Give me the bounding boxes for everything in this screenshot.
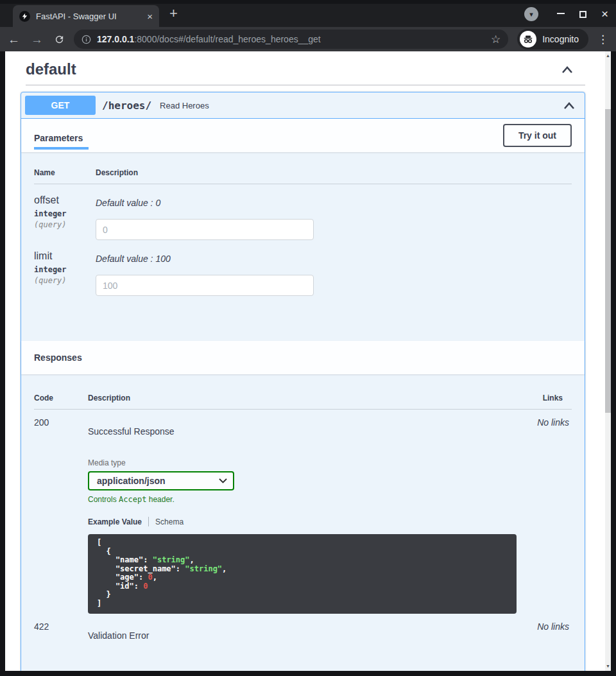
tab-separator (148, 517, 149, 526)
url-host: 127.0.0.1 (97, 34, 134, 44)
scrollbar-up-icon[interactable]: ▲ (605, 53, 611, 59)
col-code: Code (34, 394, 88, 403)
response-links: No links (517, 620, 572, 641)
accept-header-note: Controls Accept header. (88, 495, 517, 504)
bookmark-star-icon[interactable]: ☆ (491, 33, 501, 46)
parameter-row-offset: offset integer (query) Default value : 0 (34, 195, 572, 240)
example-code[interactable]: [ { "name": "string", "secret_name": "st… (88, 534, 517, 614)
tab-search-icon[interactable]: ▾ (524, 7, 538, 21)
parameter-name-cell: offset integer (query) (34, 195, 96, 240)
tab-example-value[interactable]: Example Value (88, 517, 142, 526)
response-code: 422 (34, 620, 88, 641)
media-type-label: Media type (88, 458, 517, 467)
section-divider (26, 85, 585, 85)
media-type-select[interactable]: application/json (88, 471, 234, 490)
note-code: Accept (119, 495, 146, 504)
scrollbar-down-icon[interactable]: ▼ (605, 663, 611, 670)
parameter-in: (query) (34, 220, 96, 229)
maximize-icon[interactable] (579, 11, 586, 18)
parameter-default: Default value : 100 (96, 254, 572, 264)
tab-strip: FastAPI - Swagger UI × + ▾ × (0, 0, 616, 27)
col-name: Name (34, 168, 96, 177)
note-suffix: header. (146, 495, 174, 504)
url-text[interactable]: 127.0.0.1:8000/docs#/default/read_heroes… (97, 34, 321, 44)
tab-schema[interactable]: Schema (155, 517, 184, 526)
parameters-body: Name Description offset integer (query) … (21, 152, 585, 341)
browser-window: FastAPI - Swagger UI × + ▾ × ← → 127.0.0… (0, 0, 616, 676)
minimize-icon[interactable] (557, 13, 565, 14)
opblock-get-heroes: GET /heroes/ Read Heroes Parameters Try … (21, 92, 585, 671)
offset-input[interactable] (96, 219, 314, 240)
responses-title: Responses (34, 352, 82, 363)
page-scrollbar[interactable]: ▲ ▼ (605, 51, 611, 671)
window-controls: ▾ × (524, 7, 608, 21)
response-row-422: 422 Validation Error No links (34, 620, 572, 641)
response-description: Validation Error (88, 630, 517, 641)
collapse-operation-icon[interactable] (563, 101, 576, 110)
page-title: default (26, 60, 76, 78)
browser-tab[interactable]: FastAPI - Swagger UI × (13, 5, 159, 27)
col-description: Description (96, 168, 572, 177)
parameter-type: integer (34, 265, 96, 274)
incognito-label: Incognito (542, 34, 579, 44)
tab-close-icon[interactable]: × (147, 11, 153, 22)
fastapi-favicon-icon (19, 11, 30, 22)
endpoint-summary: Read Heroes (160, 101, 209, 110)
limit-input[interactable] (96, 275, 314, 296)
response-code: 200 (34, 416, 88, 614)
parameter-description-cell: Default value : 100 (96, 250, 572, 296)
reload-icon[interactable] (54, 34, 65, 45)
forward-icon[interactable]: → (31, 33, 43, 46)
window-frame-top (0, 0, 616, 4)
media-type-select-wrap: application/json (88, 471, 234, 490)
tab-title: FastAPI - Swagger UI (36, 12, 143, 21)
responses-header: Responses (21, 341, 585, 374)
example-tabs: Example Value Schema (88, 517, 517, 526)
parameter-name: limit (34, 250, 96, 262)
new-tab-icon[interactable]: + (169, 6, 178, 21)
parameter-name-cell: limit integer (query) (34, 250, 96, 296)
parameters-table-header: Name Description (34, 168, 572, 184)
tag-section-header: default (26, 60, 574, 78)
endpoint-path: /heroes/ (102, 100, 151, 112)
url-path: :8000/docs#/default/read_heroes_heroes__… (134, 34, 320, 44)
parameter-name: offset (34, 195, 96, 206)
parameter-description-cell: Default value : 0 (96, 195, 572, 240)
try-it-out-button[interactable]: Try it out (503, 124, 572, 147)
opblock-summary[interactable]: GET /heroes/ Read Heroes (21, 92, 585, 119)
parameters-header: Parameters Try it out (21, 119, 585, 152)
incognito-badge: Incognito (517, 29, 588, 49)
back-icon[interactable]: ← (8, 33, 20, 46)
collapse-section-icon[interactable] (561, 65, 574, 74)
response-row-200: 200 Successful Response Media type appli… (34, 416, 572, 614)
tab-parameters[interactable]: Parameters (34, 133, 89, 150)
response-description-cell: Successful Response Media type applicati… (88, 416, 517, 614)
parameter-row-limit: limit integer (query) Default value : 10… (34, 250, 572, 296)
parameter-type: integer (34, 209, 96, 218)
parameter-in: (query) (34, 276, 96, 285)
parameter-default: Default value : 0 (96, 198, 572, 208)
response-description-cell: Validation Error (88, 620, 517, 641)
http-method-badge: GET (25, 96, 96, 115)
col-description: Description (88, 394, 517, 403)
site-info-icon[interactable] (81, 35, 91, 44)
browser-toolbar: ← → 127.0.0.1:8000/docs#/default/read_he… (0, 27, 616, 51)
window-close-icon[interactable]: × (601, 10, 608, 19)
responses-body: Code Description Links 200 Successful Re… (21, 374, 585, 671)
col-links: Links (517, 394, 572, 403)
scrollbar-thumb[interactable] (605, 109, 611, 413)
response-links: No links (517, 416, 572, 614)
responses-table-header: Code Description Links (34, 394, 572, 410)
incognito-icon (520, 31, 536, 48)
menu-icon[interactable]: ⋮ (597, 33, 608, 46)
swagger-page: default GET /heroes/ Read Heroes Paramet… (5, 51, 611, 671)
response-description: Successful Response (88, 426, 517, 437)
url-bar[interactable]: 127.0.0.1:8000/docs#/default/read_heroes… (74, 30, 508, 49)
note-prefix: Controls (88, 495, 119, 504)
